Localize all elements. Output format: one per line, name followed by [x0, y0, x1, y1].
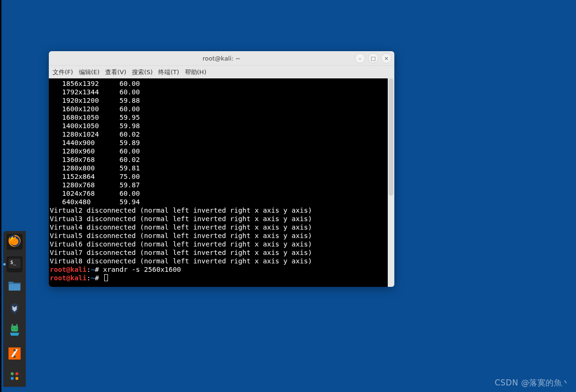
user-tool-icon	[8, 324, 22, 340]
scrollbar[interactable]	[388, 78, 394, 287]
burpsuite-icon	[8, 347, 21, 362]
menubar: 文件(F)编辑(E)查看(V)搜索(S)终端(T)帮助(H)	[49, 65, 394, 78]
svg-text:$_: $_	[10, 259, 16, 265]
apps-icon	[8, 369, 22, 385]
close-button[interactable]: ×	[381, 53, 392, 63]
window-title: root@kali: ~	[203, 55, 241, 62]
dock-item-metasploit[interactable]	[7, 301, 23, 317]
firefox-icon	[8, 234, 21, 249]
prompt-user: root@kali	[50, 274, 87, 282]
terminal-icon: $_	[8, 257, 21, 272]
svg-point-5	[15, 328, 17, 330]
dock-item-user-tool[interactable]	[7, 324, 23, 340]
svg-point-13	[15, 377, 18, 380]
dock-item-terminal[interactable]: $_	[7, 256, 23, 272]
dock-item-firefox[interactable]	[7, 234, 23, 250]
maximize-button[interactable]: □	[368, 53, 378, 63]
minimize-button[interactable]: –	[355, 53, 365, 63]
watermark: CSDN @落寞的魚丶	[495, 377, 570, 388]
dock-item-files[interactable]	[7, 279, 23, 295]
cursor	[104, 274, 108, 281]
active-indicator	[3, 263, 6, 266]
svg-rect-7	[16, 324, 18, 326]
window-controls: – □ ×	[355, 53, 392, 63]
metasploit-icon	[8, 302, 21, 317]
terminal-output[interactable]: 1856x1392 60.00 1792x1344 60.00 1920x120…	[49, 78, 388, 287]
scroll-thumb[interactable]	[389, 78, 393, 196]
prompt-user: root@kali	[50, 266, 87, 273]
dock: $_	[3, 231, 26, 387]
svg-point-12	[11, 377, 14, 380]
prompt-path: ~	[91, 274, 95, 282]
files-icon	[8, 279, 22, 295]
prompt-path: ~	[91, 266, 95, 273]
menu-item-3[interactable]: 搜索(S)	[132, 68, 153, 77]
menu-item-0[interactable]: 文件(F)	[53, 68, 73, 77]
dock-item-apps[interactable]	[7, 369, 23, 385]
svg-point-10	[11, 372, 14, 375]
menu-item-2[interactable]: 查看(V)	[105, 68, 126, 77]
menu-item-5[interactable]: 帮助(H)	[185, 68, 207, 77]
titlebar[interactable]: root@kali: ~ – □ ×	[49, 51, 394, 65]
terminal-window: root@kali: ~ – □ × 文件(F)编辑(E)查看(V)搜索(S)终…	[49, 51, 394, 287]
svg-point-9	[8, 369, 21, 383]
svg-point-4	[12, 328, 14, 330]
menu-item-1[interactable]: 编辑(E)	[79, 68, 100, 77]
dock-item-burpsuite[interactable]	[7, 346, 23, 362]
svg-point-11	[15, 372, 18, 375]
svg-rect-6	[12, 324, 13, 326]
menu-item-4[interactable]: 终端(T)	[158, 68, 179, 77]
